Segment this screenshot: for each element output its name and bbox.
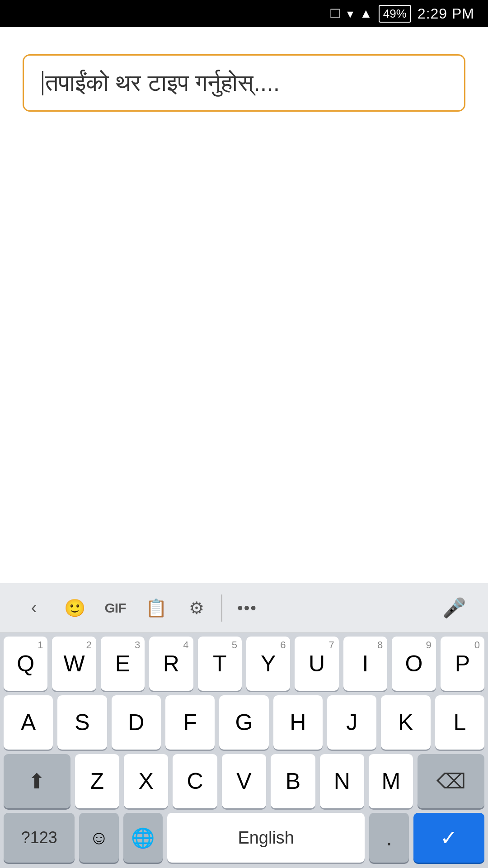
clipboard-icon: 📋 xyxy=(145,598,167,618)
key-s[interactable]: S xyxy=(57,695,107,750)
key-row-bottom: ?123 ☺ 🌐 English . ✓ xyxy=(4,813,484,863)
key-v[interactable]: V xyxy=(222,754,266,808)
key-b[interactable]: B xyxy=(271,754,315,808)
search-input-container[interactable]: तपाईंको थर टाइप गर्नुहोस्.... xyxy=(23,54,465,112)
key-u[interactable]: 7 U xyxy=(295,637,338,691)
input-placeholder-text[interactable]: तपाईंको थर टाइप गर्नुहोस्.... xyxy=(45,69,280,97)
key-l[interactable]: L xyxy=(435,695,484,750)
key-c[interactable]: C xyxy=(173,754,217,808)
key-e[interactable]: 3 E xyxy=(101,637,145,691)
mic-button[interactable]: 🎤 xyxy=(434,590,474,626)
gif-label: GIF xyxy=(105,600,126,616)
status-bar: ☐ ▾ ▲ 49% 2:29 PM xyxy=(0,0,488,27)
period-button[interactable]: . xyxy=(369,813,408,863)
enter-icon: ✓ xyxy=(440,826,458,850)
key-row-2: A S D F G H J K L xyxy=(4,695,484,750)
backspace-button[interactable]: ⌫ xyxy=(418,754,484,808)
num-switch-button[interactable]: ?123 xyxy=(4,813,75,863)
key-w[interactable]: 2 W xyxy=(52,637,96,691)
space-label: English xyxy=(238,828,294,848)
mic-icon: 🎤 xyxy=(442,597,466,619)
key-a[interactable]: A xyxy=(4,695,53,750)
keyboard-toolbar: ‹ 🙂 GIF 📋 ⚙ ••• 🎤 xyxy=(0,583,488,633)
key-o[interactable]: 9 O xyxy=(392,637,436,691)
toolbar-divider xyxy=(221,594,222,622)
back-icon: ‹ xyxy=(31,598,37,618)
period-label: . xyxy=(386,825,392,851)
shift-button[interactable]: ⬆ xyxy=(4,754,70,808)
status-time: 2:29 PM xyxy=(418,5,474,22)
key-f[interactable]: F xyxy=(165,695,215,750)
globe-button[interactable]: 🌐 xyxy=(123,813,163,863)
key-d[interactable]: D xyxy=(112,695,161,750)
space-button[interactable]: English xyxy=(167,813,365,863)
globe-icon: 🌐 xyxy=(131,827,155,849)
backspace-icon: ⌫ xyxy=(436,769,466,793)
key-x[interactable]: X xyxy=(124,754,168,808)
key-row-1: 1 Q 2 W 3 E 4 R 5 T 6 Y xyxy=(4,637,484,691)
emoji-icon: ☺ xyxy=(89,827,109,849)
key-h[interactable]: H xyxy=(273,695,323,750)
gear-icon: ⚙ xyxy=(189,598,204,618)
key-j[interactable]: J xyxy=(327,695,376,750)
keyboard-rows: 1 Q 2 W 3 E 4 R 5 T 6 Y xyxy=(0,633,488,868)
key-p[interactable]: 0 P xyxy=(441,637,484,691)
key-k[interactable]: K xyxy=(381,695,430,750)
key-z[interactable]: Z xyxy=(75,754,119,808)
emoji-button[interactable]: ☺ xyxy=(79,813,118,863)
status-icons: ☐ ▾ ▲ 49% 2:29 PM xyxy=(329,5,474,23)
settings-button[interactable]: ⚙ xyxy=(176,590,217,626)
sticker-button[interactable]: 🙂 xyxy=(54,590,95,626)
back-button[interactable]: ‹ xyxy=(14,590,54,626)
shift-icon: ⬆ xyxy=(28,769,46,793)
key-t[interactable]: 5 T xyxy=(198,637,242,691)
phone-icon: ☐ xyxy=(329,6,341,21)
signal-icon: ▲ xyxy=(360,6,372,21)
key-m[interactable]: M xyxy=(369,754,413,808)
enter-button[interactable]: ✓ xyxy=(413,813,484,863)
key-g[interactable]: G xyxy=(219,695,268,750)
clipboard-button[interactable]: 📋 xyxy=(136,590,176,626)
key-r[interactable]: 4 R xyxy=(149,637,193,691)
more-button[interactable]: ••• xyxy=(227,590,267,626)
key-y[interactable]: 6 Y xyxy=(246,637,290,691)
more-icon: ••• xyxy=(237,599,257,618)
num-switch-label: ?123 xyxy=(21,828,57,847)
text-cursor xyxy=(42,71,43,95)
key-row-3: ⬆ Z X C V B N M ⌫ xyxy=(4,754,484,808)
key-n[interactable]: N xyxy=(320,754,364,808)
key-q[interactable]: 1 Q xyxy=(4,637,47,691)
keyboard: ‹ 🙂 GIF 📋 ⚙ ••• 🎤 1 Q 2 xyxy=(0,583,488,868)
wifi-icon: ▾ xyxy=(347,6,353,21)
key-i[interactable]: 8 I xyxy=(343,637,387,691)
main-content: तपाईंको थर टाइप गर्नुहोस्.... xyxy=(0,27,488,583)
sticker-icon: 🙂 xyxy=(64,598,85,618)
battery-status: 49% xyxy=(379,5,411,23)
gif-button[interactable]: GIF xyxy=(95,590,136,626)
